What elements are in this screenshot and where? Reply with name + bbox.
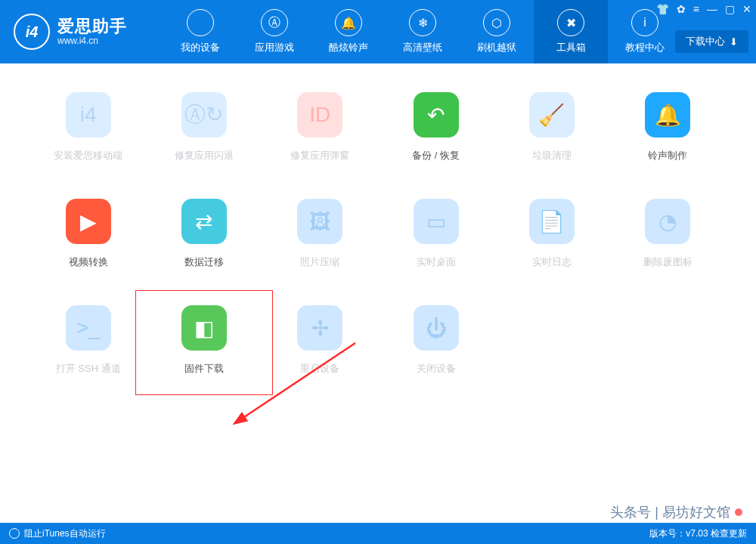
tool-fix-popup[interactable]: ID修复应用弹窗	[270, 92, 370, 162]
tools-icon: ✖	[557, 9, 584, 36]
tool-label: 实时桌面	[417, 255, 456, 269]
device-icon	[187, 9, 214, 36]
nav-device[interactable]: 我的设备	[163, 0, 237, 63]
tool-trash-clean[interactable]: 🧹垃圾清理	[501, 92, 602, 162]
tool-ringtone-make[interactable]: 🔔铃声制作	[618, 92, 718, 162]
fix-crash-icon: Ⓐ↻	[181, 92, 227, 138]
nav-flash[interactable]: ⬡刷机越狱	[460, 0, 534, 63]
nav-label: 工具箱	[556, 41, 586, 54]
tool-label: 关闭设备	[417, 362, 456, 376]
tool-label: 垃圾清理	[532, 149, 572, 162]
tool-label: 实时日志	[532, 255, 572, 269]
ringtone-icon: 🔔	[335, 9, 362, 36]
nav-label: 应用游戏	[255, 41, 294, 54]
theme-icon[interactable]: 👕	[656, 3, 669, 15]
tool-label: 视频转换	[69, 255, 108, 269]
nav-wallpaper[interactable]: ❄高清壁纸	[386, 0, 460, 63]
install-mobile-icon: i4	[66, 92, 111, 138]
tool-install-mobile[interactable]: i4安装爱思移动端	[38, 92, 138, 162]
menu-icon[interactable]: ≡	[693, 3, 699, 15]
tutorial-icon: i	[631, 9, 658, 36]
wallpaper-icon: ❄	[409, 9, 436, 36]
tool-restart-device[interactable]: ✢重启设备	[270, 305, 370, 376]
window-controls: 👕 ✿ ≡ — ▢ ✕	[656, 3, 751, 15]
logo-icon: i4	[14, 14, 50, 50]
tool-photo-compress[interactable]: 🖼照片压缩	[270, 199, 370, 269]
tools-panel: i4安装爱思移动端Ⓐ↻修复应用闪退ID修复应用弹窗↶备份 / 恢复🧹垃圾清理🔔铃…	[0, 63, 756, 523]
nav-label: 酷炫铃声	[329, 41, 368, 54]
trash-clean-icon: 🧹	[529, 92, 575, 138]
tool-fix-crash[interactable]: Ⓐ↻修复应用闪退	[153, 92, 254, 162]
tool-label: 修复应用弹窗	[290, 149, 349, 162]
tool-label: 删除废图标	[643, 255, 692, 269]
settings-icon[interactable]: ✿	[677, 3, 686, 15]
close-icon[interactable]: ✕	[742, 3, 751, 15]
app-name: 爱思助手	[57, 17, 127, 36]
tool-label: 固件下载	[184, 362, 224, 376]
tool-label: 照片压缩	[300, 255, 339, 269]
tool-firmware-dl[interactable]: ◧固件下载	[153, 305, 254, 376]
app-logo: i4 爱思助手 www.i4.cn	[0, 0, 163, 63]
restart-device-icon: ✢	[297, 305, 342, 351]
nav-label: 刷机越狱	[477, 41, 516, 54]
tool-live-desktop[interactable]: ▭实时桌面	[386, 199, 486, 269]
tool-del-dead-icon[interactable]: ◔删除废图标	[618, 199, 718, 269]
open-ssh-icon: >_	[66, 305, 111, 351]
backup-restore-icon: ↶	[414, 92, 459, 138]
photo-compress-icon: 🖼	[297, 199, 342, 244]
app-domain: www.i4.cn	[57, 36, 127, 46]
version-info[interactable]: 版本号：v7.03 检查更新	[649, 527, 747, 540]
shutdown-device-icon: ⏻	[414, 305, 459, 351]
tool-backup-restore[interactable]: ↶备份 / 恢复	[386, 92, 486, 162]
nav-label: 高清壁纸	[403, 41, 442, 54]
tool-live-log[interactable]: 📄实时日志	[501, 199, 602, 269]
live-log-icon: 📄	[529, 199, 575, 244]
tool-video-convert[interactable]: ▶视频转换	[38, 199, 138, 269]
nav-ringtone[interactable]: 🔔酷炫铃声	[311, 0, 386, 63]
tool-label: 安装爱思移动端	[54, 149, 122, 162]
tool-label: 重启设备	[300, 362, 339, 376]
data-migrate-icon: ⇄	[181, 199, 227, 244]
del-dead-icon-icon: ◔	[645, 199, 690, 244]
tool-open-ssh[interactable]: >_打开 SSH 通道	[38, 305, 138, 376]
tool-label: 备份 / 恢复	[412, 149, 460, 162]
tool-label: 打开 SSH 通道	[56, 362, 121, 376]
ringtone-make-icon: 🔔	[645, 92, 690, 138]
live-desktop-icon: ▭	[414, 199, 459, 244]
tool-label: 铃声制作	[648, 149, 687, 162]
radio-off-icon	[9, 528, 20, 539]
tool-label: 修复应用闪退	[175, 149, 234, 162]
fix-popup-icon: ID	[297, 92, 342, 138]
tool-data-migrate[interactable]: ⇄数据迁移	[153, 199, 254, 269]
maximize-icon[interactable]: ▢	[725, 3, 735, 15]
firmware-dl-icon: ◧	[181, 305, 227, 351]
download-icon: ⬇	[730, 36, 738, 48]
tool-shutdown-device[interactable]: ⏻关闭设备	[386, 305, 486, 376]
nav-apps[interactable]: Ⓐ应用游戏	[237, 0, 311, 63]
apps-icon: Ⓐ	[261, 9, 288, 36]
download-center-button[interactable]: 下载中心 ⬇	[675, 30, 748, 53]
itunes-block-toggle[interactable]: 阻止iTunes自动运行	[9, 527, 106, 540]
nav-label: 我的设备	[181, 41, 220, 54]
status-bar: 阻止iTunes自动运行 版本号：v7.03 检查更新	[0, 523, 756, 544]
minimize-icon[interactable]: —	[707, 3, 717, 15]
tool-label: 数据迁移	[184, 255, 224, 269]
flash-icon: ⬡	[483, 9, 510, 36]
nav-label: 教程中心	[625, 41, 665, 54]
app-header: i4 爱思助手 www.i4.cn 我的设备Ⓐ应用游戏🔔酷炫铃声❄高清壁纸⬡刷机…	[0, 0, 756, 63]
nav-tools[interactable]: ✖工具箱	[534, 0, 608, 63]
video-convert-icon: ▶	[66, 199, 111, 244]
